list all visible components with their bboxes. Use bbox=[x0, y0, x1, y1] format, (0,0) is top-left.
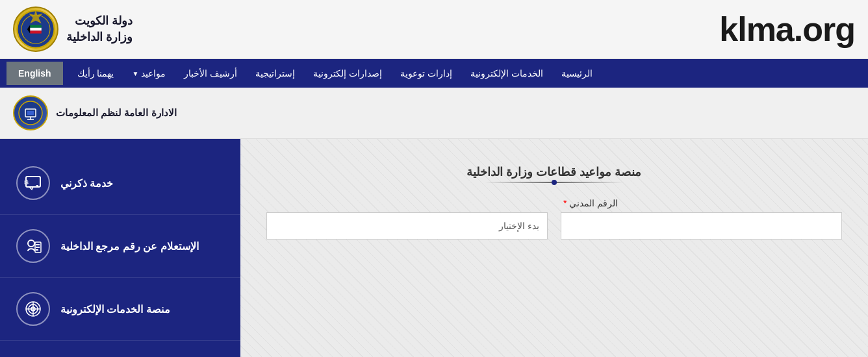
nav-link-eservices[interactable]: الخدمات الإلكترونية bbox=[461, 59, 552, 88]
gov-name-line2: وزارة الداخلية bbox=[66, 29, 133, 45]
header-logo-area: دولة الكويت وزارة الداخلية bbox=[13, 6, 133, 52]
svg-text:SMS: SMS bbox=[24, 179, 29, 186]
nav-link-home[interactable]: الرئيسية bbox=[552, 59, 602, 88]
dropdown-wrapper: مواعيد ▼ bbox=[132, 68, 166, 79]
civil-id-input[interactable] bbox=[561, 212, 842, 240]
required-marker: * bbox=[563, 198, 567, 208]
info-bar-text: الادارة العامة لنظم المعلومات bbox=[56, 107, 177, 119]
eservices-icon-circle bbox=[16, 292, 50, 326]
sidebar-item-eservices[interactable]: منصة الخدمات الإلكترونية bbox=[0, 278, 240, 341]
site-title: klma.org bbox=[719, 10, 855, 49]
svg-rect-3 bbox=[30, 28, 42, 31]
emblem-svg bbox=[14, 7, 57, 51]
select-group: بدء الإختيار bbox=[266, 198, 548, 240]
gov-name: دولة الكويت وزارة الداخلية bbox=[66, 13, 133, 45]
svg-rect-11 bbox=[27, 111, 34, 115]
main-navbar: الرئيسية الخدمات الإلكترونية إدارات توعو… bbox=[0, 59, 868, 88]
sidebar-item-sms-label: خدمة ذكرني bbox=[60, 177, 113, 190]
nav-item-eservices[interactable]: الخدمات الإلكترونية bbox=[461, 59, 552, 88]
nav-link-feedback[interactable]: يهمنا رأيك bbox=[68, 59, 123, 88]
eservices-icon bbox=[24, 300, 42, 318]
english-button[interactable]: English bbox=[6, 62, 63, 85]
nav-item-publications[interactable]: إصدارات إلكترونية bbox=[304, 59, 391, 88]
sidebar: خدمة ذكرني SMS الإستعلام عن رقم مرجع الد… bbox=[0, 139, 240, 357]
start-selection-button[interactable]: بدء الإختيار bbox=[266, 212, 548, 240]
svg-rect-4 bbox=[30, 31, 42, 33]
info-bar: الادارة العامة لنظم المعلومات bbox=[0, 88, 868, 139]
svg-rect-2 bbox=[30, 25, 42, 27]
info-emblem bbox=[13, 95, 48, 130]
police-emblem bbox=[13, 6, 58, 52]
dropdown-arrow-icon: ▼ bbox=[132, 70, 138, 77]
sms-icon: SMS bbox=[24, 174, 42, 192]
nav-item-awareness[interactable]: إدارات توعوية bbox=[391, 59, 461, 88]
nav-item-feedback[interactable]: يهمنا رأيك bbox=[68, 59, 123, 88]
platform-title: منصة مواعيد قطاعات وزارة الداخلية bbox=[266, 165, 842, 179]
page-header: klma.org دولة الكويت وزارة الداخلية bbox=[0, 0, 868, 59]
nav-item-archive[interactable]: أرشيف الأخبار bbox=[175, 59, 246, 88]
sms-icon-circle: SMS bbox=[16, 166, 50, 200]
nav-item-strategy[interactable]: إستراتيجية bbox=[246, 59, 304, 88]
site-title-area: klma.org bbox=[133, 10, 855, 49]
nav-link-awareness[interactable]: إدارات توعوية bbox=[391, 59, 461, 88]
civil-id-label: الرقم المدني * bbox=[561, 198, 618, 208]
main-content: منصة مواعيد قطاعات وزارة الداخلية الرقم … bbox=[0, 139, 868, 357]
select-label bbox=[266, 198, 269, 208]
nav-link-publications[interactable]: إصدارات إلكترونية bbox=[304, 59, 391, 88]
form-area: منصة مواعيد قطاعات وزارة الداخلية الرقم … bbox=[240, 139, 868, 357]
nav-link-archive[interactable]: أرشيف الأخبار bbox=[175, 59, 246, 88]
nav-items-list: الرئيسية الخدمات الإلكترونية إدارات توعو… bbox=[68, 59, 862, 88]
nav-item-home[interactable]: الرئيسية bbox=[552, 59, 602, 88]
sidebar-item-reference[interactable]: الإستعلام عن رقم مرجع الداخلية bbox=[0, 215, 240, 278]
reference-icon bbox=[24, 237, 42, 255]
nav-link-strategy[interactable]: إستراتيجية bbox=[246, 59, 304, 88]
platform-dot bbox=[552, 180, 557, 185]
info-emblem-svg bbox=[18, 100, 44, 126]
platform-section: منصة مواعيد قطاعات وزارة الداخلية bbox=[266, 165, 842, 185]
sidebar-item-reference-label: الإستعلام عن رقم مرجع الداخلية bbox=[60, 240, 199, 252]
sidebar-item-sms[interactable]: خدمة ذكرني SMS bbox=[0, 152, 240, 215]
nav-item-appointments[interactable]: مواعيد ▼ bbox=[123, 59, 175, 88]
reference-icon-circle bbox=[16, 229, 50, 263]
nav-link-appointments[interactable]: مواعيد ▼ bbox=[123, 59, 175, 88]
civil-id-group: الرقم المدني * bbox=[561, 198, 842, 240]
sidebar-item-eservices-label: منصة الخدمات الإلكترونية bbox=[60, 303, 170, 315]
appointment-form: الرقم المدني * بدء الإختيار bbox=[266, 198, 842, 240]
gov-name-line1: دولة الكويت bbox=[66, 13, 133, 29]
svg-point-14 bbox=[28, 240, 34, 247]
